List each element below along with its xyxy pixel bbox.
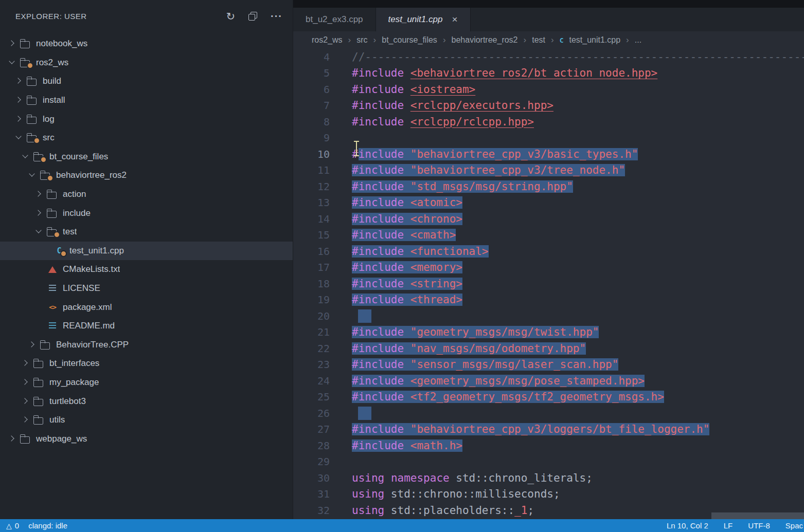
code-line-10: 10#include "behaviortree_cpp_v3/basic_ty…	[293, 146, 804, 162]
breadcrumb-separator: ›	[626, 35, 629, 45]
chevron-right-icon[interactable]	[27, 340, 38, 350]
code-text: #include "behaviortree_cpp_v3/loggers/bt…	[330, 423, 709, 435]
tree-item-label: bt_interfaces	[49, 358, 99, 369]
chevron-spacer	[34, 302, 44, 313]
code-line-7: 7#include <rclcpp/executors.hpp>	[293, 98, 804, 114]
refresh-icon[interactable]: ↻	[226, 11, 235, 22]
tree-item-label: action	[63, 189, 86, 199]
tree-item-bt_course_files[interactable]: bt_course_files	[0, 148, 293, 167]
code-text: #include <chrono>	[330, 213, 462, 225]
tab-bt_u2_ex3.cpp[interactable]: bt_u2_ex3.cpp	[293, 8, 376, 31]
titlebar-strip	[293, 0, 804, 8]
chevron-spacer	[34, 264, 44, 274]
tree-item-notebook_ws[interactable]: notebook_ws	[0, 34, 293, 53]
breadcrumb-overflow[interactable]: ...	[635, 35, 641, 45]
tree-item-webpage_ws[interactable]: webpage_ws	[0, 429, 293, 448]
code-line-19: 19#include <thread>	[293, 292, 804, 308]
code-text: using namespace std::chrono_literals;	[330, 472, 593, 484]
code-line-17: 17#include <memory>	[293, 260, 804, 276]
line-number: 9	[293, 132, 330, 144]
chevron-down-icon[interactable]	[21, 152, 31, 162]
collapse-folders-icon[interactable]	[248, 12, 257, 21]
breadcrumb: ros2_ws›src›bt_course_files›behaviortree…	[293, 31, 804, 49]
chevron-down-icon[interactable]	[7, 58, 17, 68]
line-number: 23	[293, 358, 330, 371]
code-text: #include <rclcpp/rclcpp.hpp>	[330, 116, 534, 128]
code-editor[interactable]: 4//-------------------------------------…	[293, 49, 804, 519]
tree-item-my_package[interactable]: my_package	[0, 373, 293, 392]
chevron-right-icon[interactable]	[7, 39, 17, 49]
chevron-right-icon[interactable]	[21, 377, 31, 388]
chevron-right-icon[interactable]	[14, 114, 24, 124]
code-line-27: 27#include "behaviortree_cpp_v3/loggers/…	[293, 421, 804, 438]
tree-item-behaviortree_ros2[interactable]: behaviortree_ros2	[0, 166, 293, 185]
chevron-right-icon[interactable]	[34, 189, 44, 199]
md-icon	[46, 320, 59, 332]
tree-item-src[interactable]: src	[0, 129, 293, 148]
close-icon[interactable]: ×	[452, 14, 457, 25]
tree-item-log[interactable]: log	[0, 109, 293, 129]
chevron-spacer	[41, 246, 51, 256]
tree-item-LICENSE[interactable]: LICENSE	[0, 279, 293, 298]
chevron-right-icon[interactable]	[34, 208, 44, 218]
chevron-right-icon[interactable]	[14, 76, 24, 86]
horizontal-scrollbar[interactable]	[711, 512, 804, 519]
tree-item-package.xml[interactable]: <>package.xml	[0, 298, 293, 317]
tree-item-include[interactable]: include	[0, 204, 293, 223]
tree-item-action[interactable]: action	[0, 185, 293, 204]
eol-indicator[interactable]: LF	[724, 521, 733, 530]
chevron-down-icon[interactable]	[27, 170, 38, 180]
breadcrumb-item-test[interactable]: test	[532, 35, 545, 45]
code-text: //--------------------------------------…	[330, 51, 804, 63]
line-number: 15	[293, 229, 330, 241]
tree-item-ros2_ws[interactable]: ros2_ws	[0, 53, 293, 72]
cmake-icon	[46, 263, 59, 276]
breadcrumb-item-file[interactable]: test_unit1.cpp	[569, 35, 620, 45]
tree-item-utils[interactable]: utils	[0, 411, 293, 430]
code-line-4: 4//-------------------------------------…	[293, 49, 804, 65]
line-number: 14	[293, 213, 330, 225]
chevron-down-icon[interactable]	[34, 227, 44, 237]
tree-item-CMakeLists.txt[interactable]: CMakeLists.txt	[0, 260, 293, 279]
folder-icon	[39, 169, 52, 181]
cursor-position[interactable]: Ln 10, Col 2	[667, 521, 708, 530]
tab-label: test_unit1.cpp	[388, 14, 443, 25]
tree-item-BehaviorTree.CPP[interactable]: BehaviorTree.CPP	[0, 336, 293, 355]
breadcrumb-item-behaviortree_ros2[interactable]: behaviortree_ros2	[452, 35, 518, 45]
tree-item-test_unit1.cpp[interactable]: Ctest_unit1.cpp	[0, 242, 293, 261]
tree-item-bt_interfaces[interactable]: bt_interfaces	[0, 354, 293, 373]
problems-indicator[interactable]: △ 0	[6, 521, 19, 530]
code-line-26: 26	[293, 405, 804, 421]
line-number: 5	[293, 67, 330, 79]
breadcrumb-item-ros2_ws[interactable]: ros2_ws	[312, 35, 343, 45]
chevron-right-icon[interactable]	[14, 95, 24, 105]
tree-item-README.md[interactable]: README.md	[0, 317, 293, 336]
more-actions-icon[interactable]: ···	[271, 11, 282, 21]
xml-icon: <>	[46, 301, 59, 314]
breadcrumb-item-src[interactable]: src	[356, 35, 367, 45]
git-modified-dot	[33, 137, 40, 144]
file-tree: notebook_wsros2_wsbuildinstalllogsrcbt_c…	[0, 34, 293, 448]
tree-item-label: test_unit1.cpp	[69, 246, 124, 256]
line-number: 30	[293, 472, 330, 484]
line-number: 29	[293, 455, 330, 468]
code-text: #include <math.h>	[330, 439, 462, 452]
code-line-29: 29	[293, 454, 804, 470]
code-text: using std::placeholders::_1;	[330, 504, 534, 517]
indentation-indicator[interactable]: Spac	[785, 521, 803, 530]
tab-test_unit1.cpp[interactable]: test_unit1.cpp×	[376, 8, 471, 31]
chevron-right-icon[interactable]	[7, 434, 17, 444]
chevron-right-icon[interactable]	[21, 358, 31, 369]
encoding-indicator[interactable]: UTF-8	[748, 521, 770, 530]
tree-item-install[interactable]: install	[0, 91, 293, 110]
tree-item-test[interactable]: test	[0, 223, 293, 242]
code-line-8: 8#include <rclcpp/rclcpp.hpp>	[293, 114, 804, 130]
tree-item-turtlebot3[interactable]: turtlebot3	[0, 392, 293, 411]
tree-item-build[interactable]: build	[0, 72, 293, 91]
chevron-down-icon[interactable]	[14, 133, 24, 143]
chevron-right-icon[interactable]	[21, 415, 31, 425]
folder-icon	[19, 57, 32, 69]
language-server-status[interactable]: clangd: idle	[28, 521, 67, 530]
chevron-right-icon[interactable]	[21, 396, 31, 407]
breadcrumb-item-bt_course_files[interactable]: bt_course_files	[382, 35, 437, 45]
